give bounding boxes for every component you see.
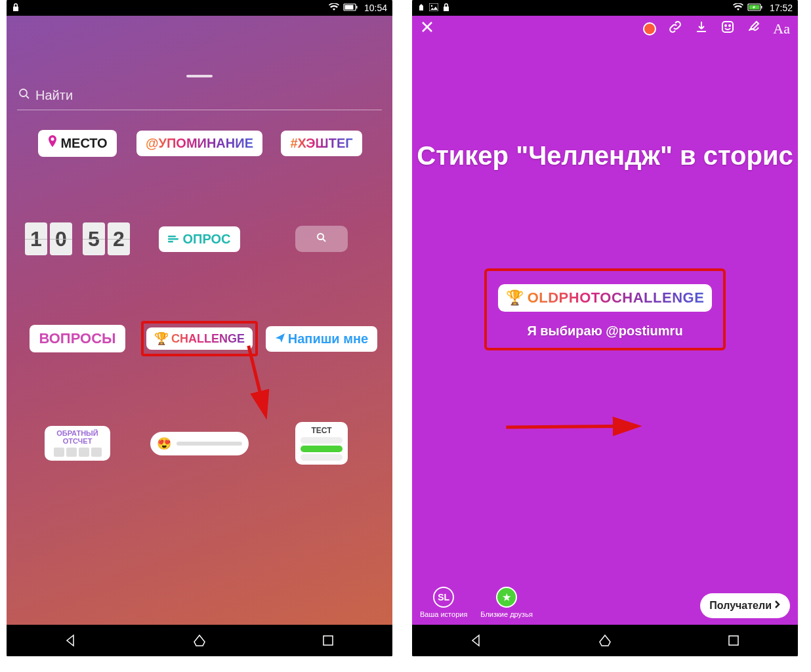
svg-point-20 (725, 25, 726, 26)
poll-icon (168, 232, 178, 247)
countdown-ticks (50, 448, 105, 457)
countdown-sticker[interactable]: ОБРАТНЫЙ ОТСЧЕТ (45, 426, 110, 461)
svg-rect-2 (344, 5, 353, 10)
challenge-text: OLDPHOTOCHALLENGE (528, 289, 705, 306)
location-label: МЕСТО (60, 136, 107, 151)
right-phone-frame: 17:52 Aa Стикер "Челлендж" в сторис (412, 0, 798, 656)
close-friends-star-icon: ★ (496, 587, 517, 608)
stickers-grid: МЕСТО @УПОМИНАНИЕ #ХЭШТЕГ 1 0 5 2 (7, 110, 392, 484)
trophy-icon: 🏆 (506, 289, 524, 306)
nav-recent-button[interactable] (714, 631, 753, 650)
annotation-arrow (497, 350, 669, 501)
svg-rect-1 (356, 6, 358, 9)
svg-rect-15 (761, 6, 762, 9)
challenge-sticker-applied[interactable]: 🏆 OLDPHOTOCHALLENGE (498, 284, 713, 312)
image-icon (429, 3, 438, 13)
story-editor-body: Найти МЕСТО @УПОМИНАНИЕ #ХЭШТЕГ (7, 16, 392, 625)
status-time: 17:52 (770, 3, 793, 13)
sticker-icon[interactable] (720, 20, 735, 38)
challenge-highlight-box: 🏆 OLDPHOTOCHALLENGE Я выбираю @postiumru (484, 268, 726, 350)
dm-me-sticker[interactable]: Напиши мне (266, 326, 377, 352)
svg-rect-5 (168, 236, 176, 238)
clock-sticker[interactable]: 1 0 5 2 (25, 222, 130, 255)
svg-rect-19 (722, 22, 733, 32)
android-navbar (412, 625, 798, 656)
draw-icon[interactable] (747, 20, 761, 38)
close-friends-label: Близкие друзья (480, 610, 532, 618)
link-icon[interactable] (668, 20, 682, 38)
pin-icon (47, 135, 58, 152)
nav-back-button[interactable] (457, 631, 496, 650)
status-bar: 17:52 (412, 0, 798, 16)
send-icon (275, 331, 285, 346)
nav-home-button[interactable] (180, 631, 219, 650)
your-story-button[interactable]: SL Ваша история (420, 587, 467, 618)
quiz-label: ТЕСТ (301, 426, 343, 435)
share-bar: SL Ваша история ★ Близкие друзья Получат… (412, 587, 798, 618)
story-headline-text: Стикер "Челлендж" в сторис (412, 140, 798, 171)
sticker-sheet: Найти МЕСТО @УПОМИНАНИЕ #ХЭШТЕГ (7, 68, 392, 625)
nav-recent-button[interactable] (308, 631, 348, 650)
clock-digit-3: 5 (83, 222, 105, 255)
svg-line-9 (323, 239, 325, 242)
close-icon[interactable] (420, 20, 434, 38)
mention-label: @УПОМИНАНИЕ (146, 136, 253, 151)
svg-point-13 (431, 5, 432, 7)
svg-rect-11 (323, 636, 333, 645)
story-toolbar: Aa (412, 20, 798, 38)
challenge-nominee-text: Я выбираю @postiumru (493, 324, 717, 339)
svg-rect-6 (168, 238, 178, 240)
challenge-sticker[interactable]: 🏆CHALLENGE (146, 327, 253, 350)
hashtag-sticker[interactable]: #ХЭШТЕГ (281, 131, 362, 156)
clock-digit-1: 1 (25, 222, 47, 255)
gif-sticker[interactable] (295, 226, 348, 252)
trophy-icon: 🏆 (154, 331, 169, 346)
battery-charging-icon (747, 3, 763, 13)
countdown-label: ОБРАТНЫЙ ОТСЧЕТ (50, 430, 105, 445)
recipients-label: Получатели (709, 600, 772, 612)
sticker-search[interactable]: Найти (7, 84, 392, 110)
heart-eyes-emoji-icon: 😍 (157, 436, 171, 451)
hashtag-label: #ХЭШТЕГ (290, 136, 352, 151)
emoji-slider-sticker[interactable]: 😍 (150, 432, 249, 455)
wifi-icon (733, 3, 743, 13)
lock-icon (442, 3, 450, 14)
wifi-icon (329, 3, 339, 13)
drag-handle[interactable] (186, 75, 213, 77)
search-placeholder: Найти (35, 88, 73, 103)
download-icon[interactable] (694, 20, 709, 38)
search-icon (18, 88, 30, 103)
chevron-right-icon (774, 600, 781, 612)
status-bar: 10:54 (7, 0, 392, 16)
close-friends-button[interactable]: ★ Близкие друзья (480, 587, 532, 618)
lock-icon (12, 3, 20, 14)
challenge-label: CHALLENGE (171, 332, 245, 346)
svg-rect-7 (168, 241, 173, 243)
gif-search-icon (316, 232, 327, 245)
mention-sticker[interactable]: @УПОМИНАНИЕ (136, 131, 262, 156)
nav-home-button[interactable] (585, 631, 625, 650)
svg-point-8 (318, 234, 323, 240)
clock-digit-4: 2 (108, 222, 130, 255)
quiz-sticker[interactable]: ТЕСТ (295, 422, 348, 465)
questions-label: ВОПРОСЫ (39, 330, 115, 347)
left-phone-frame: 10:54 Найти МЕСТО @ (7, 0, 392, 656)
debug-icon (417, 3, 425, 14)
svg-point-3 (20, 89, 27, 96)
record-indicator-icon (643, 22, 656, 35)
poll-sticker[interactable]: ОПРОС (159, 226, 239, 252)
your-story-avatar-icon: SL (433, 587, 454, 608)
status-time: 10:54 (364, 3, 387, 13)
location-sticker[interactable]: МЕСТО (38, 130, 116, 157)
recipients-button[interactable]: Получатели (700, 593, 790, 618)
svg-rect-23 (729, 636, 738, 645)
nav-back-button[interactable] (51, 631, 91, 650)
slider-track (177, 442, 242, 446)
text-tool[interactable]: Aa (773, 20, 790, 37)
story-canvas: Aa Стикер "Челлендж" в сторис 🏆 OLDPHOTO… (412, 16, 798, 625)
svg-line-4 (26, 96, 29, 98)
poll-label: ОПРОС (182, 232, 230, 247)
clock-digit-2: 0 (50, 222, 72, 255)
questions-sticker[interactable]: ВОПРОСЫ (30, 325, 125, 352)
android-navbar (7, 625, 392, 656)
